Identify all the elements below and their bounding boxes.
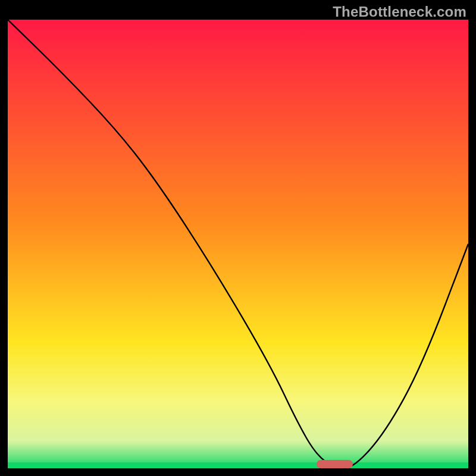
plot-area — [8, 20, 468, 468]
bottleneck-curve — [8, 20, 468, 468]
chart-frame — [8, 20, 468, 468]
optimal-marker — [317, 460, 353, 468]
watermark-text: TheBottleneck.com — [333, 4, 466, 20]
